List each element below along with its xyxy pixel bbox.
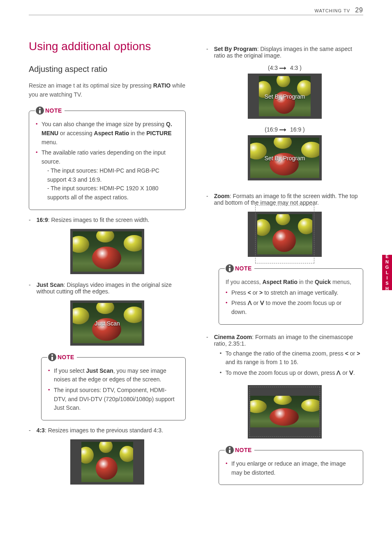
header-section: WATCHING TV [314,8,350,13]
note-label: NOTE [47,353,77,361]
item-zoom: - Zoom: Formats an image to fit the scre… [206,193,363,206]
language-tab: ENGLISH [382,255,392,290]
item-16-9: - 16:9: Resizes images to fit the screen… [29,217,186,223]
info-icon [48,353,56,361]
note-item: If you enlarge or reduce an image, the i… [226,459,356,477]
note-item: Press ꓥ or ꓦ to move the zoom focus up o… [226,299,356,316]
info-icon [36,106,44,115]
sub-item: To move the zoom focus up or down, press… [220,369,363,378]
ratio-image-cinema [248,385,322,439]
note-box-3: NOTE If you access, Aspect Ratio in the … [219,268,363,325]
note-box-2: NOTE If you select Just Scan, you may se… [41,357,186,420]
note-item: If you select Just Scan, you may see ima… [48,367,179,384]
ratio-image-sbp-16-9: Set By Program [248,135,322,180]
note-item: The input sources: DTV, Component, HDMI-… [48,386,179,413]
ratio-image-4-3 [70,439,144,485]
page-number: 29 [355,7,363,14]
intro-text: Resize an image t at its optimal size by… [29,81,186,99]
note-item: You can also change the image size by pr… [36,120,179,147]
note-label: NOTE [225,446,254,454]
note-intro: If you access, Aspect Ratio in the Quick… [226,278,356,287]
item-cinema-zoom: - Cinema Zoom: Formats an image to the c… [206,334,363,379]
item-just-scan: - Just Scan: Displays video images in th… [29,282,186,295]
ratio-image-16-9 [70,229,144,274]
item-4-3: - 4:3: Resizes images to the previous st… [29,427,186,434]
overlay-just-scan: Just Scan [70,320,144,327]
overlay-sbp-2: Set By Program [248,155,322,162]
sub-item: To change the ratio of the cinema zoom, … [220,349,363,367]
note-box-1: NOTE You can also change the image size … [29,111,186,210]
ratio-label-4-3: (4:3 4:3 ) [206,65,363,71]
overlay-sbp-1: Set By Program [248,93,322,100]
ratio-image-just-scan: Just Scan [70,300,144,346]
note-item: Press < or > to stretch an image vertica… [226,289,356,298]
note-label: NOTE [35,106,65,115]
header-line: WATCHING TV 29 [29,15,363,15]
ratio-image-sbp-4-3: Set By Program [248,74,322,119]
note-box-4: NOTE If you enlarge or reduce an image, … [219,450,363,485]
page-title: Using additional options [29,40,186,53]
note-label: NOTE [225,264,254,272]
note-item: The available ratio varies depending on … [36,148,179,202]
info-icon [226,446,234,454]
ratio-image-zoom [248,212,322,257]
section-subtitle: Adjusting aspect ratio [29,65,186,74]
item-set-by-program: - Set By Program: Displays images in the… [206,46,363,59]
info-icon [226,264,234,272]
ratio-label-16-9: (16:9 16:9 ) [206,126,363,133]
